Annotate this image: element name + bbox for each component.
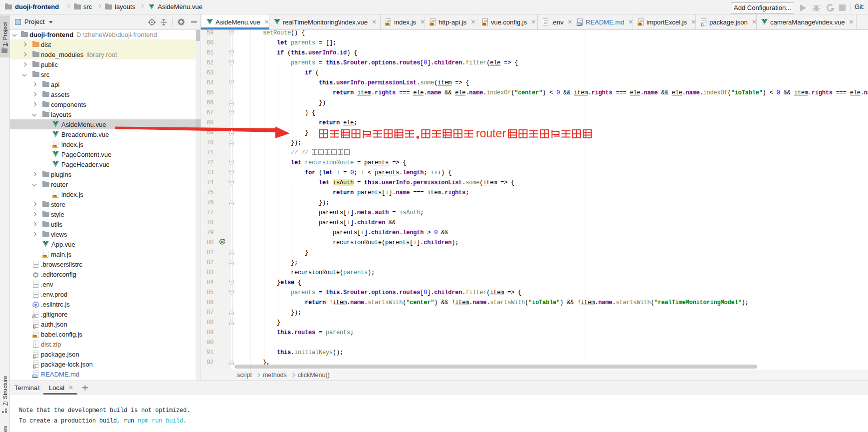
svg-text:router: router (476, 128, 506, 140)
